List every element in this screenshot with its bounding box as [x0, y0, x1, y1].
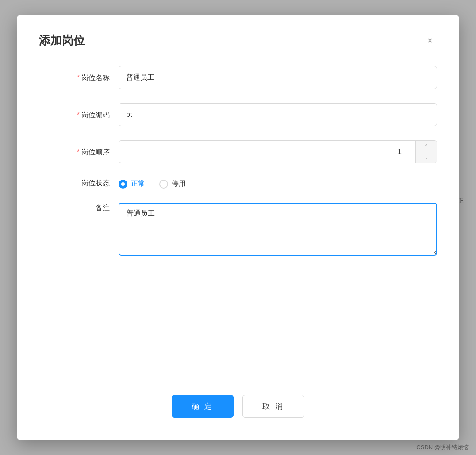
position-remark-row: 备注 普通员工	[39, 203, 437, 256]
status-disabled-radio-circle	[159, 180, 168, 189]
position-code-label: *岗位编码	[39, 110, 110, 120]
spinner-up-button[interactable]: ⌃	[416, 141, 437, 152]
code-required-star: *	[77, 111, 80, 119]
position-status-row: 岗位状态 正常 停用	[39, 177, 437, 189]
position-code-input[interactable]	[119, 103, 437, 126]
position-order-row: *岗位顺序 ⌃ ⌄	[39, 140, 437, 163]
close-button[interactable]: ×	[423, 34, 437, 48]
dialog-footer: 确 定 取 消	[39, 395, 437, 418]
position-name-input[interactable]	[119, 66, 437, 89]
position-order-input-wrapper: ⌃ ⌄	[119, 140, 437, 163]
status-normal-label: 正常	[131, 179, 145, 189]
position-name-row: *岗位名称	[39, 66, 437, 89]
status-normal-radio[interactable]: 正常	[119, 179, 145, 189]
status-disabled-label: 停用	[172, 179, 186, 189]
dialog-header: 添加岗位 ×	[39, 33, 437, 48]
position-code-row: *岗位编码	[39, 103, 437, 126]
watermark: CSDN @明神特烦恼	[416, 443, 469, 451]
position-remark-label: 备注	[39, 203, 110, 213]
status-radio-group: 正常 停用	[119, 177, 186, 189]
order-required-star: *	[77, 148, 80, 156]
position-name-label: *岗位名称	[39, 73, 110, 83]
add-position-dialog: 添加岗位 × *岗位名称 *岗位编码 *岗位顺序 ⌃	[17, 15, 459, 440]
position-remark-textarea[interactable]: 普通员工	[119, 203, 437, 256]
dialog-title: 添加岗位	[39, 33, 85, 48]
form-body: *岗位名称 *岗位编码 *岗位顺序 ⌃ ⌄	[39, 66, 437, 368]
cancel-button[interactable]: 取 消	[242, 395, 304, 418]
confirm-button[interactable]: 确 定	[172, 395, 234, 418]
position-order-input[interactable]	[119, 141, 415, 163]
status-normal-radio-circle	[119, 180, 127, 189]
position-status-label: 岗位状态	[39, 178, 110, 188]
name-required-star: *	[77, 74, 80, 81]
number-spinners: ⌃ ⌄	[415, 141, 437, 163]
position-order-label: *岗位顺序	[39, 147, 110, 157]
spinner-down-button[interactable]: ⌄	[416, 152, 437, 163]
status-disabled-radio[interactable]: 停用	[159, 179, 186, 189]
